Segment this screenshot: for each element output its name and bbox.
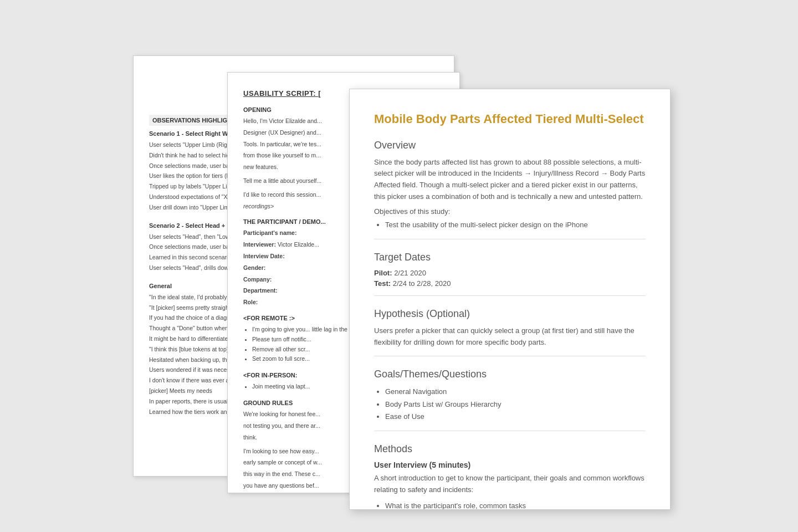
main-title: Mobile Body Parts Affected Tiered Multi-… — [374, 111, 646, 127]
ui-item1: What is the participant's role, common t… — [385, 500, 646, 510]
front-document: Mobile Body Parts Affected Tiered Multi-… — [349, 89, 671, 510]
overview-title: Overview — [374, 140, 646, 151]
divider3 — [374, 356, 646, 356]
divider1 — [374, 239, 646, 239]
goals-item3: Ease of Use — [385, 411, 646, 423]
user-interview-title: User Interview (5 minutes) — [374, 461, 646, 469]
methods-title: Methods — [374, 443, 646, 455]
divider2 — [374, 295, 646, 296]
pilot-date: Pilot: 2/21 2020 — [374, 269, 646, 277]
goals-title: Goals/Themes/Questions — [374, 369, 646, 380]
overview-text: Since the body parts affected list has g… — [374, 157, 646, 203]
user-interview-list: What is the participant's role, common t… — [374, 500, 646, 510]
objectives-list: Test the usability of the multi-select p… — [374, 219, 646, 231]
hypothesis-text: Users prefer a picker that can quickly s… — [374, 325, 646, 349]
target-dates-title: Target Dates — [374, 252, 646, 263]
test-date: Test: 2/24 to 2/28, 2020 — [374, 279, 646, 288]
hypothesis-title: Hypothesis (Optional) — [374, 308, 646, 320]
divider4 — [374, 431, 646, 431]
goals-item1: General Navigation — [385, 386, 646, 398]
objectives-item1: Test the usability of the multi-select p… — [385, 219, 646, 231]
goals-list: General Navigation Body Parts List w/ Gr… — [374, 386, 646, 422]
documents-container: OBSERVATIONS HIGHLIGHTS Scenario 1 - Sel… — [133, 39, 665, 493]
goals-item2: Body Parts List w/ Groups Hierarchy — [385, 398, 646, 411]
user-interview-text: A short introduction to get to know the … — [374, 473, 646, 496]
objectives-label: Objectives of this study: — [374, 207, 646, 216]
